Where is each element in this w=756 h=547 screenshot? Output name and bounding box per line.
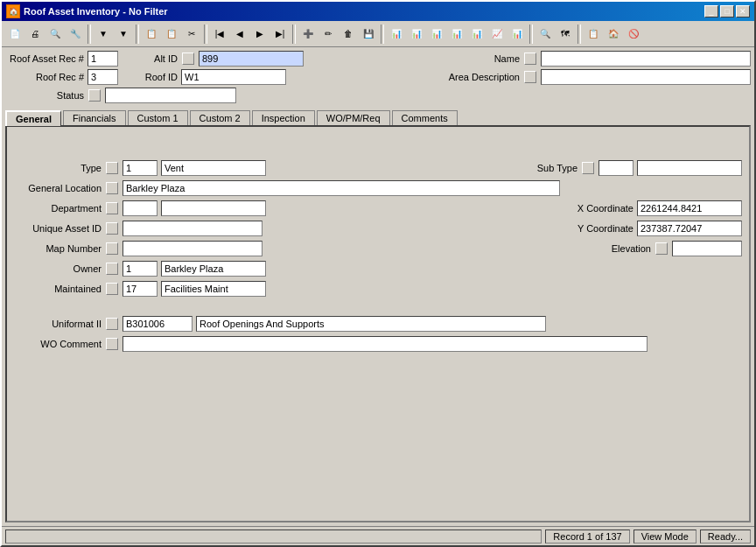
general-location-indicator xyxy=(106,182,118,194)
maximize-button[interactable]: □ xyxy=(720,5,734,18)
app-icon: 🏠 xyxy=(6,4,20,18)
chart6-button[interactable]: 📈 xyxy=(487,25,507,44)
home-button[interactable]: 🏠 xyxy=(604,25,623,44)
view-mode-label: View Mode xyxy=(634,529,696,543)
y-coordinate-input[interactable] xyxy=(637,221,742,236)
department-id-input[interactable] xyxy=(122,200,158,216)
alt-id-input[interactable] xyxy=(199,51,304,67)
map-number-input[interactable] xyxy=(122,241,262,256)
cut-button[interactable]: ✂ xyxy=(182,25,201,44)
alt-id-indicator xyxy=(182,53,194,65)
close-button[interactable]: ✕ xyxy=(736,5,750,18)
unique-asset-ycoord-row: Unique Asset ID Y Coordinate xyxy=(14,221,742,236)
department-value-input[interactable] xyxy=(161,200,266,216)
filter-button[interactable]: ▼ xyxy=(94,25,113,44)
department-indicator xyxy=(106,202,118,214)
separator7 xyxy=(578,25,581,44)
type-value-input[interactable] xyxy=(161,160,266,176)
owner-id-input[interactable] xyxy=(122,261,158,277)
area-description-input[interactable] xyxy=(541,69,751,85)
tab-custom1[interactable]: Custom 1 xyxy=(128,110,188,126)
general-location-row: General Location xyxy=(14,180,742,196)
filter2-button[interactable]: ▼ xyxy=(114,25,133,44)
mapnumber-elevation-row: Map Number Elevation xyxy=(14,241,742,256)
search-button[interactable]: 🔍 xyxy=(536,25,555,44)
sub-type-label: Sub Type xyxy=(516,163,578,173)
print-button[interactable]: 🖨 xyxy=(25,25,45,44)
maintained-label: Maintained xyxy=(14,284,102,294)
type-indicator xyxy=(106,162,118,174)
tab-general[interactable]: General xyxy=(5,110,61,126)
tools-button[interactable]: 🔧 xyxy=(66,25,85,44)
preview-button[interactable]: 🔍 xyxy=(46,25,65,44)
chart4-button[interactable]: 📊 xyxy=(447,25,466,44)
chart3-button[interactable]: 📊 xyxy=(427,25,446,44)
roof-rec-input[interactable] xyxy=(88,69,118,85)
wo-comment-input[interactable] xyxy=(122,336,648,352)
first-button[interactable]: |◀ xyxy=(210,25,229,44)
y-coordinate-label: Y Coordinate xyxy=(564,223,634,234)
wo-comment-label: WO Comment xyxy=(14,339,102,349)
delete-button[interactable]: 🗑 xyxy=(339,25,358,44)
edit-button[interactable]: ✏ xyxy=(318,25,338,44)
maintained-id-input[interactable] xyxy=(122,281,158,297)
last-button[interactable]: ▶| xyxy=(270,25,290,44)
area-description-label: Area Description xyxy=(449,72,520,82)
roof-asset-rec-input[interactable] xyxy=(88,51,118,67)
tab-custom2[interactable]: Custom 2 xyxy=(190,110,250,126)
map-number-label: Map Number xyxy=(14,243,102,254)
x-coordinate-input[interactable] xyxy=(637,200,742,216)
name-input[interactable] xyxy=(541,51,751,67)
tab-inspection[interactable]: Inspection xyxy=(252,110,315,126)
unique-asset-id-input[interactable] xyxy=(122,221,262,236)
header-row2: Roof Rec # Roof ID Area Description xyxy=(5,69,751,85)
chart5-button[interactable]: 📊 xyxy=(467,25,486,44)
separator2 xyxy=(136,25,139,44)
title-bar: 🏠 Roof Asset Inventory - No Filter _ □ ✕ xyxy=(2,2,754,21)
tab-comments[interactable]: Comments xyxy=(392,110,458,126)
tabs-row: General Financials Custom 1 Custom 2 Ins… xyxy=(5,109,751,125)
chart2-button[interactable]: 📊 xyxy=(407,25,426,44)
sub-type-indicator xyxy=(582,162,594,174)
roof-id-input[interactable] xyxy=(181,69,286,85)
maintained-row: Maintained xyxy=(14,281,742,297)
map-button[interactable]: 🗺 xyxy=(556,25,575,44)
cancel-button[interactable]: 🚫 xyxy=(624,25,643,44)
type-id-input[interactable] xyxy=(122,160,158,176)
general-location-input[interactable] xyxy=(122,180,560,196)
roof-rec-label: Roof Rec # xyxy=(5,72,84,82)
copy-button[interactable]: 📋 xyxy=(142,25,161,44)
main-window: 🏠 Roof Asset Inventory - No Filter _ □ ✕… xyxy=(0,0,756,547)
status-input[interactable] xyxy=(105,88,236,103)
chart1-button[interactable]: 📊 xyxy=(387,25,406,44)
sub-type-value-input[interactable] xyxy=(637,160,742,176)
sub-type-id-input[interactable] xyxy=(598,160,634,176)
next-button[interactable]: ▶ xyxy=(250,25,270,44)
tab-wo-pm-req[interactable]: WO/PM/Req xyxy=(317,110,390,126)
owner-value-input[interactable] xyxy=(161,261,266,277)
map-number-indicator xyxy=(106,242,118,255)
minimize-button[interactable]: _ xyxy=(704,5,718,18)
type-label: Type xyxy=(14,163,102,173)
alt-id-label: Alt ID xyxy=(143,53,178,64)
name-indicator xyxy=(524,53,536,65)
tab-financials[interactable]: Financials xyxy=(63,110,126,126)
report-button[interactable]: 📋 xyxy=(584,25,603,44)
add-button[interactable]: ➕ xyxy=(298,25,318,44)
uniformat-ii-label: Uniformat II xyxy=(14,319,102,329)
window-title: Roof Asset Inventory - No Filter xyxy=(24,6,168,17)
save-button[interactable]: 💾 xyxy=(359,25,378,44)
name-label: Name xyxy=(485,53,520,64)
maintained-value-input[interactable] xyxy=(161,281,266,297)
status-label: Status xyxy=(5,90,84,101)
uniformat-code-input[interactable] xyxy=(122,316,192,332)
uniformat-value-input[interactable] xyxy=(196,316,546,332)
elevation-input[interactable] xyxy=(672,241,742,256)
prev-button[interactable]: ◀ xyxy=(230,25,249,44)
record-info: Record 1 of 137 xyxy=(545,529,629,543)
chart7-button[interactable]: 📊 xyxy=(508,25,527,44)
new-button[interactable]: 📄 xyxy=(5,25,24,44)
department-xcoord-row: Department X Coordinate xyxy=(14,200,742,216)
paste-button[interactable]: 📋 xyxy=(162,25,181,44)
separator6 xyxy=(529,25,533,44)
